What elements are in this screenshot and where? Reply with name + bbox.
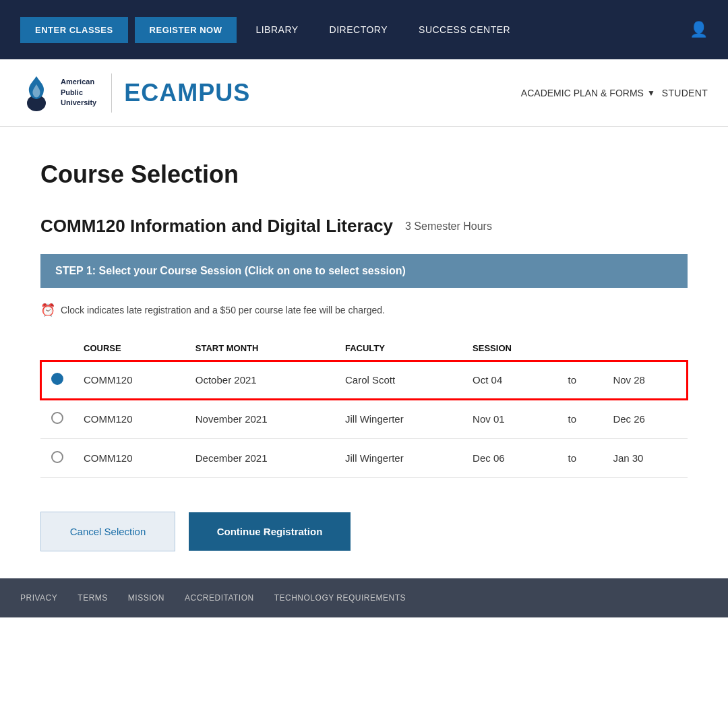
apu-text: American Public University xyxy=(61,77,96,108)
table-row[interactable]: COMM120 November 2021 Jill Wingerter Nov… xyxy=(40,400,688,439)
library-link[interactable]: LIBRARY xyxy=(243,16,310,43)
session-start-date: Dec 06 xyxy=(463,439,558,478)
col-to xyxy=(559,336,604,361)
step-banner: STEP 1: Select your Course Session (Clic… xyxy=(40,254,688,288)
col-faculty: FACULTY xyxy=(336,336,463,361)
academic-plan-dropdown[interactable]: ACADEMIC PLAN & FORMS ▼ xyxy=(521,88,655,98)
radio-button[interactable] xyxy=(40,439,74,478)
chevron-down-icon: ▼ xyxy=(647,88,655,98)
button-row: Cancel Selection Continue Registration xyxy=(40,512,688,551)
start-month: December 2021 xyxy=(186,439,336,478)
top-nav: ENTER CLASSES REGISTER NOW LIBRARY DIREC… xyxy=(0,0,728,59)
session-to: to xyxy=(559,361,604,400)
footer-mission-link[interactable]: MISSION xyxy=(128,593,164,603)
continue-registration-button[interactable]: Continue Registration xyxy=(189,512,351,551)
table-header: COURSE START MONTH FACULTY SESSION xyxy=(40,336,688,361)
faculty-name: Jill Wingerter xyxy=(336,439,463,478)
session-to: to xyxy=(559,400,604,439)
footer-accreditation-link[interactable]: ACCREDITATION xyxy=(185,593,254,603)
table-body: COMM120 October 2021 Carol Scott Oct 04 … xyxy=(40,361,688,478)
col-course: COURSE xyxy=(74,336,186,361)
footer-terms-link[interactable]: TERMS xyxy=(78,593,108,603)
start-month: October 2021 xyxy=(186,361,336,400)
session-end-date: Dec 26 xyxy=(603,400,688,439)
logo-area: American Public University xyxy=(20,73,112,113)
header-nav: ACADEMIC PLAN & FORMS ▼ STUDENT xyxy=(521,88,708,98)
col-session-end xyxy=(603,336,688,361)
course-code: COMM120 xyxy=(74,400,186,439)
semester-hours: 3 Semester Hours xyxy=(405,220,492,233)
clock-icon: ⏰ xyxy=(40,303,55,317)
col-radio xyxy=(40,336,74,361)
directory-link[interactable]: DIRECTORY xyxy=(317,16,400,43)
apu-logo-icon xyxy=(20,73,53,113)
session-start-date: Oct 04 xyxy=(463,361,558,400)
faculty-name: Carol Scott xyxy=(336,361,463,400)
course-heading: COMM120 Information and Digital Literacy… xyxy=(40,216,688,237)
ecampus-label: ECAMPUS xyxy=(124,79,250,107)
faculty-name: Jill Wingerter xyxy=(336,400,463,439)
footer-privacy-link[interactable]: PRIVACY xyxy=(20,593,57,603)
enter-classes-button[interactable]: ENTER CLASSES xyxy=(20,17,128,43)
session-end-date: Jan 30 xyxy=(603,439,688,478)
course-code: COMM120 xyxy=(74,361,186,400)
page-title: Course Selection xyxy=(40,160,688,189)
success-center-link[interactable]: SUCCESS CENTER xyxy=(406,16,522,43)
radio-button-selected[interactable] xyxy=(40,361,74,400)
course-table: COURSE START MONTH FACULTY SESSION COMM1… xyxy=(40,336,688,478)
logo-bar: American Public University ECAMPUS ACADE… xyxy=(0,59,728,127)
col-start-month: START MONTH xyxy=(186,336,336,361)
session-start-date: Nov 01 xyxy=(463,400,558,439)
course-code: COMM120 xyxy=(74,439,186,478)
footer: PRIVACY TERMS MISSION ACCREDITATION TECH… xyxy=(0,578,728,617)
main-content: Course Selection COMM120 Information and… xyxy=(0,127,728,578)
footer-tech-requirements-link[interactable]: TECHNOLOGY REQUIREMENTS xyxy=(274,593,406,603)
session-end-date: Nov 28 xyxy=(603,361,688,400)
session-to: to xyxy=(559,439,604,478)
register-now-button[interactable]: REGISTER NOW xyxy=(135,17,237,43)
table-row[interactable]: COMM120 October 2021 Carol Scott Oct 04 … xyxy=(40,361,688,400)
late-fee-notice: ⏰ Clock indicates late registration and … xyxy=(40,303,688,317)
cancel-selection-button[interactable]: Cancel Selection xyxy=(40,512,175,551)
student-link[interactable]: STUDENT xyxy=(662,88,708,98)
radio-button[interactable] xyxy=(40,400,74,439)
table-row[interactable]: COMM120 December 2021 Jill Wingerter Dec… xyxy=(40,439,688,478)
col-session: SESSION xyxy=(463,336,558,361)
course-name: COMM120 Information and Digital Literacy xyxy=(40,216,393,237)
user-icon[interactable]: 👤 xyxy=(690,21,708,38)
start-month: November 2021 xyxy=(186,400,336,439)
